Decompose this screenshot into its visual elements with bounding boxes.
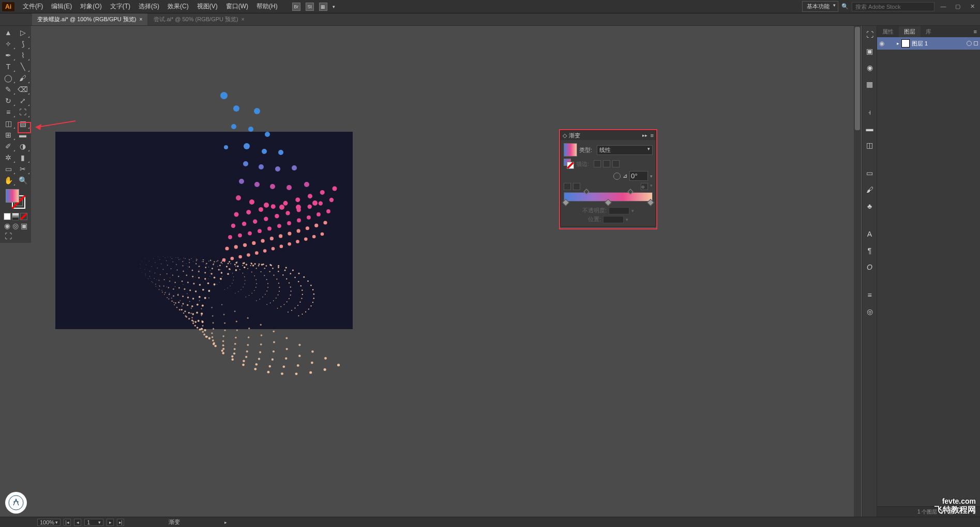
free-transform-tool-icon[interactable]: ⛶ [16,106,30,118]
aspect-ratio-icon[interactable] [564,183,571,190]
artboard-tool-icon[interactable]: ▭ [1,163,16,175]
tab-libraries[interactable]: 库 [921,26,937,37]
blend-tool-icon[interactable]: ◑ [16,141,30,152]
character-icon[interactable]: A [865,229,875,239]
bridge-icon[interactable]: Br [292,3,300,11]
window-close-icon[interactable]: ✕ [967,3,978,10]
gradient-fill-stroke-toggle[interactable] [564,159,574,169]
gradient-type-select[interactable]: 线性 [597,145,653,155]
opentype-icon[interactable]: O [865,262,875,272]
perspective-tool-icon[interactable]: ▧ [16,118,30,129]
color-guide-icon[interactable]: ▦ [865,80,875,89]
column-graph-tool-icon[interactable]: ▮ [16,152,30,163]
menu-edit[interactable]: 编辑(E) [47,2,76,11]
menu-type[interactable]: 文字(T) [106,2,134,11]
paragraph-icon[interactable]: ¶ [865,246,875,255]
search-icon[interactable]: 🔍 [841,3,849,10]
stroke-apply-across-icon[interactable] [612,160,620,167]
color-icon[interactable]: ◉ [865,63,875,72]
pathfinder-icon[interactable]: ▬ [865,124,875,133]
canvas-area[interactable] [32,26,861,517]
eraser-tool-icon[interactable]: ⌫ [16,84,30,95]
tab-layers[interactable]: 图层 [899,26,921,37]
panel-menu-icon[interactable]: ≡ [651,132,654,138]
fill-stroke-swatch[interactable] [1,186,30,212]
brushes-icon[interactable]: 🖌 [865,185,875,194]
screen-mode-icon[interactable]: ⛶ [1,230,16,242]
stock-icon[interactable]: St [306,3,314,11]
layer-row[interactable]: ◉ ▸ 图层 1 [877,37,980,50]
selection-tool-icon[interactable]: ▲ [1,27,16,38]
tab-close-icon[interactable]: × [139,17,142,22]
document-tab-active[interactable]: 变换螺旋.ai* @ 100% (RGB/GPU 预览) × [32,13,147,25]
gradient-panel-header[interactable]: ◇ 渐变 ▸▸ ≡ [561,131,656,140]
gradient-stop[interactable] [647,199,654,206]
scroll-thumb[interactable] [855,27,860,130]
gradient-midpoint-icon[interactable]: ⟐ [641,183,648,190]
direct-selection-tool-icon[interactable]: ▷ [16,27,30,38]
layer-target-icon[interactable] [967,41,972,46]
expand-panel-icon[interactable]: ⛶ [865,30,875,39]
libraries-icon[interactable]: ▣ [865,47,875,56]
first-artboard-icon[interactable]: |◂ [64,519,71,526]
shape-builder-tool-icon[interactable]: ◫ [1,118,16,129]
arrange-dropdown-icon[interactable]: ▾ [333,4,335,9]
stroke-panel-icon[interactable]: ◎ [865,307,875,316]
magic-wand-tool-icon[interactable]: ✧ [1,38,16,50]
layer-name-label[interactable]: 图层 1 [912,40,928,48]
symbol-sprayer-tool-icon[interactable]: ✲ [1,152,16,163]
window-minimize-icon[interactable]: — [938,3,949,10]
gradient-angle-input[interactable] [629,171,648,181]
tab-close-icon[interactable]: × [242,17,245,22]
panel-collapse-icon[interactable]: ◇ [563,132,567,139]
transform-icon[interactable]: ◫ [865,141,875,150]
color-mode-icon[interactable] [4,213,11,220]
draw-inside-icon[interactable]: ▣ [20,222,27,229]
gradient-stop[interactable] [562,199,569,206]
align-icon[interactable]: ⫞ [865,107,875,117]
zoom-select[interactable]: 100%▾ [37,519,61,526]
graphic-styles-icon[interactable]: ≡ [865,290,875,300]
stroke-apply-within-icon[interactable] [594,160,601,167]
menu-object[interactable]: 对象(O) [76,2,105,11]
position-input[interactable] [603,216,624,223]
draw-behind-icon[interactable]: ◎ [12,222,19,229]
panel-menu-icon[interactable]: ≡ [971,28,980,35]
window-maximize-icon[interactable]: ▢ [952,3,963,10]
tab-properties[interactable]: 属性 [877,26,899,37]
visibility-toggle-icon[interactable]: ◉ [879,40,886,47]
gradient-slider[interactable] [564,192,653,202]
arrange-docs-icon[interactable]: ▦ [319,3,327,11]
menu-window[interactable]: 窗口(W) [222,2,252,11]
menu-view[interactable]: 视图(V) [193,2,222,11]
slice-tool-icon[interactable]: ✂ [16,163,30,175]
zoom-tool-icon[interactable]: 🔍 [16,175,30,186]
layer-expand-icon[interactable]: ▸ [897,41,899,46]
search-input[interactable] [852,2,934,11]
draw-normal-icon[interactable]: ◉ [4,222,11,229]
gradient-stop[interactable] [605,199,612,206]
angle-dial-icon[interactable] [613,173,621,180]
mesh-tool-icon[interactable]: ⊞ [1,129,16,141]
curvature-tool-icon[interactable]: ⌇ [16,50,30,61]
scale-tool-icon[interactable]: ⤢ [16,95,30,106]
document-tab-inactive[interactable]: 尝试.ai* @ 50% (RGB/GPU 预览) × [148,13,249,25]
line-tool-icon[interactable]: ╲ [16,61,30,72]
vertical-scrollbar[interactable] [854,26,861,517]
gradient-mode-icon[interactable] [12,213,19,220]
artboard-select[interactable]: 1▾ [84,519,103,526]
paintbrush-tool-icon[interactable]: 🖌 [16,72,30,84]
symbols-icon[interactable]: ♣ [865,202,875,211]
eyedropper-tool-icon[interactable]: ✐ [1,141,16,152]
pen-tool-icon[interactable]: ✒ [1,50,16,61]
next-artboard-icon[interactable]: ▸ [107,519,114,526]
reverse-gradient-icon[interactable] [573,183,580,190]
workspace-switcher[interactable]: 基本功能 [802,1,838,12]
gradient-preview-swatch[interactable] [564,143,577,157]
stroke-apply-along-icon[interactable] [603,160,610,167]
panel-double-arrow-icon[interactable]: ▸▸ [642,133,647,138]
prev-artboard-icon[interactable]: ◂ [74,519,81,526]
fill-swatch[interactable] [6,189,19,203]
rotate-tool-icon[interactable]: ↻ [1,95,16,106]
menu-file[interactable]: 文件(F) [19,2,47,11]
